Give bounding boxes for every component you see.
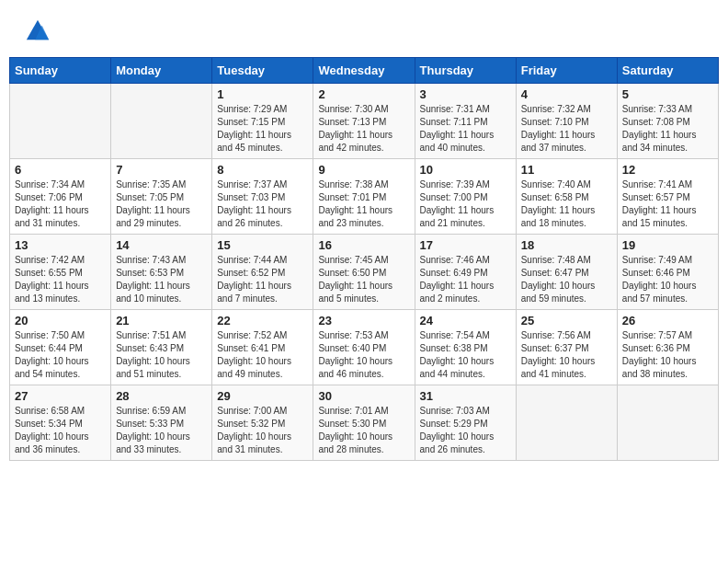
day-number: 29: [217, 389, 308, 403]
calendar-cell: 19Sunrise: 7:49 AMSunset: 6:46 PMDayligh…: [617, 235, 718, 310]
day-number: 25: [521, 314, 612, 327]
calendar-cell: 13Sunrise: 7:42 AMSunset: 6:55 PMDayligh…: [10, 235, 111, 310]
day-info: Sunrise: 7:44 AMSunset: 6:52 PMDaylight:…: [217, 254, 308, 305]
calendar-cell: 20Sunrise: 7:50 AMSunset: 6:44 PMDayligh…: [10, 310, 111, 385]
calendar-week-1: 1Sunrise: 7:29 AMSunset: 7:15 PMDaylight…: [10, 84, 719, 159]
logo-icon: [25, 18, 51, 44]
day-info: Sunrise: 7:00 AMSunset: 5:32 PMDaylight:…: [217, 405, 308, 456]
calendar-cell: 1Sunrise: 7:29 AMSunset: 7:15 PMDaylight…: [212, 84, 313, 159]
day-number: 30: [318, 389, 409, 403]
calendar-cell: 21Sunrise: 7:51 AMSunset: 6:43 PMDayligh…: [111, 310, 212, 385]
day-info: Sunrise: 7:45 AMSunset: 6:50 PMDaylight:…: [318, 254, 409, 305]
day-number: 27: [15, 389, 106, 403]
day-number: 5: [622, 87, 713, 101]
weekday-header-friday: Friday: [516, 58, 617, 84]
day-number: 13: [15, 238, 106, 252]
day-number: 7: [116, 163, 207, 177]
calendar-cell: 17Sunrise: 7:46 AMSunset: 6:49 PMDayligh…: [415, 235, 516, 310]
day-info: Sunrise: 7:30 AMSunset: 7:13 PMDaylight:…: [318, 103, 409, 155]
day-number: 23: [318, 314, 409, 327]
day-number: 15: [217, 238, 308, 252]
calendar-week-5: 27Sunrise: 6:58 AMSunset: 5:34 PMDayligh…: [10, 385, 719, 461]
calendar-cell: 22Sunrise: 7:52 AMSunset: 6:41 PMDayligh…: [212, 310, 313, 385]
day-number: 28: [116, 389, 207, 403]
calendar-cell: 27Sunrise: 6:58 AMSunset: 5:34 PMDayligh…: [10, 385, 111, 461]
day-info: Sunrise: 7:53 AMSunset: 6:40 PMDaylight:…: [318, 329, 409, 381]
day-number: 31: [420, 389, 511, 403]
day-info: Sunrise: 7:01 AMSunset: 5:30 PMDaylight:…: [318, 405, 409, 456]
calendar-cell: 12Sunrise: 7:41 AMSunset: 6:57 PMDayligh…: [617, 159, 718, 235]
calendar-week-4: 20Sunrise: 7:50 AMSunset: 6:44 PMDayligh…: [10, 310, 719, 385]
day-info: Sunrise: 7:38 AMSunset: 7:01 PMDaylight:…: [318, 178, 409, 230]
day-info: Sunrise: 7:50 AMSunset: 6:44 PMDaylight:…: [15, 329, 106, 381]
weekday-header-thursday: Thursday: [415, 58, 516, 84]
logo: [23, 18, 54, 48]
calendar-week-2: 6Sunrise: 7:34 AMSunset: 7:06 PMDaylight…: [10, 159, 719, 235]
calendar-cell: 15Sunrise: 7:44 AMSunset: 6:52 PMDayligh…: [212, 235, 313, 310]
day-number: 2: [318, 87, 409, 101]
calendar-cell: [516, 385, 617, 461]
day-number: 24: [420, 314, 511, 327]
calendar-cell: 31Sunrise: 7:03 AMSunset: 5:29 PMDayligh…: [415, 385, 516, 461]
calendar-cell: 8Sunrise: 7:37 AMSunset: 7:03 PMDaylight…: [212, 159, 313, 235]
day-info: Sunrise: 7:43 AMSunset: 6:53 PMDaylight:…: [116, 254, 207, 305]
calendar-cell: 6Sunrise: 7:34 AMSunset: 7:06 PMDaylight…: [10, 159, 111, 235]
calendar-cell: 9Sunrise: 7:38 AMSunset: 7:01 PMDaylight…: [313, 159, 415, 235]
day-info: Sunrise: 7:46 AMSunset: 6:49 PMDaylight:…: [420, 254, 511, 305]
weekday-header-row: SundayMondayTuesdayWednesdayThursdayFrid…: [10, 58, 719, 84]
day-info: Sunrise: 7:32 AMSunset: 7:10 PMDaylight:…: [521, 103, 612, 155]
day-number: 22: [217, 314, 308, 327]
day-info: Sunrise: 7:51 AMSunset: 6:43 PMDaylight:…: [116, 329, 207, 381]
day-info: Sunrise: 7:39 AMSunset: 7:00 PMDaylight:…: [420, 178, 511, 230]
day-info: Sunrise: 7:41 AMSunset: 6:57 PMDaylight:…: [622, 178, 713, 230]
calendar-cell: 14Sunrise: 7:43 AMSunset: 6:53 PMDayligh…: [111, 235, 212, 310]
day-number: 1: [217, 87, 308, 101]
day-number: 12: [622, 163, 713, 177]
page-header: [9, 9, 719, 52]
day-number: 3: [420, 87, 511, 101]
calendar-cell: [10, 84, 111, 159]
day-info: Sunrise: 7:57 AMSunset: 6:36 PMDaylight:…: [622, 329, 713, 381]
weekday-header-saturday: Saturday: [617, 58, 718, 84]
calendar-cell: 16Sunrise: 7:45 AMSunset: 6:50 PMDayligh…: [313, 235, 415, 310]
day-number: 10: [420, 163, 511, 177]
calendar-cell: 29Sunrise: 7:00 AMSunset: 5:32 PMDayligh…: [212, 385, 313, 461]
day-info: Sunrise: 7:54 AMSunset: 6:38 PMDaylight:…: [420, 329, 511, 381]
calendar-cell: 28Sunrise: 6:59 AMSunset: 5:33 PMDayligh…: [111, 385, 212, 461]
weekday-header-monday: Monday: [111, 58, 212, 84]
day-info: Sunrise: 7:40 AMSunset: 6:58 PMDaylight:…: [521, 178, 612, 230]
calendar-cell: 11Sunrise: 7:40 AMSunset: 6:58 PMDayligh…: [516, 159, 617, 235]
day-info: Sunrise: 6:59 AMSunset: 5:33 PMDaylight:…: [116, 405, 207, 456]
day-number: 11: [521, 163, 612, 177]
day-info: Sunrise: 7:52 AMSunset: 6:41 PMDaylight:…: [217, 329, 308, 381]
calendar-cell: [617, 385, 718, 461]
calendar-cell: 23Sunrise: 7:53 AMSunset: 6:40 PMDayligh…: [313, 310, 415, 385]
day-number: 16: [318, 238, 409, 252]
day-info: Sunrise: 7:48 AMSunset: 6:47 PMDaylight:…: [521, 254, 612, 305]
calendar-cell: [111, 84, 212, 159]
day-number: 8: [217, 163, 308, 177]
day-number: 20: [15, 314, 106, 327]
day-number: 17: [420, 238, 511, 252]
calendar-cell: 26Sunrise: 7:57 AMSunset: 6:36 PMDayligh…: [617, 310, 718, 385]
day-number: 26: [622, 314, 713, 327]
day-number: 6: [15, 163, 106, 177]
day-number: 4: [521, 87, 612, 101]
day-info: Sunrise: 7:29 AMSunset: 7:15 PMDaylight:…: [217, 103, 308, 155]
calendar-cell: 4Sunrise: 7:32 AMSunset: 7:10 PMDaylight…: [516, 84, 617, 159]
day-info: Sunrise: 7:49 AMSunset: 6:46 PMDaylight:…: [622, 254, 713, 305]
calendar-cell: 5Sunrise: 7:33 AMSunset: 7:08 PMDaylight…: [617, 84, 718, 159]
weekday-header-sunday: Sunday: [10, 58, 111, 84]
calendar-cell: 10Sunrise: 7:39 AMSunset: 7:00 PMDayligh…: [415, 159, 516, 235]
calendar-cell: 18Sunrise: 7:48 AMSunset: 6:47 PMDayligh…: [516, 235, 617, 310]
calendar-cell: 24Sunrise: 7:54 AMSunset: 6:38 PMDayligh…: [415, 310, 516, 385]
weekday-header-tuesday: Tuesday: [212, 58, 313, 84]
calendar-cell: 7Sunrise: 7:35 AMSunset: 7:05 PMDaylight…: [111, 159, 212, 235]
day-info: Sunrise: 7:35 AMSunset: 7:05 PMDaylight:…: [116, 178, 207, 230]
day-number: 18: [521, 238, 612, 252]
day-info: Sunrise: 7:34 AMSunset: 7:06 PMDaylight:…: [15, 178, 106, 230]
calendar-cell: 3Sunrise: 7:31 AMSunset: 7:11 PMDaylight…: [415, 84, 516, 159]
day-info: Sunrise: 7:56 AMSunset: 6:37 PMDaylight:…: [521, 329, 612, 381]
weekday-header-wednesday: Wednesday: [313, 58, 415, 84]
day-info: Sunrise: 7:42 AMSunset: 6:55 PMDaylight:…: [15, 254, 106, 305]
